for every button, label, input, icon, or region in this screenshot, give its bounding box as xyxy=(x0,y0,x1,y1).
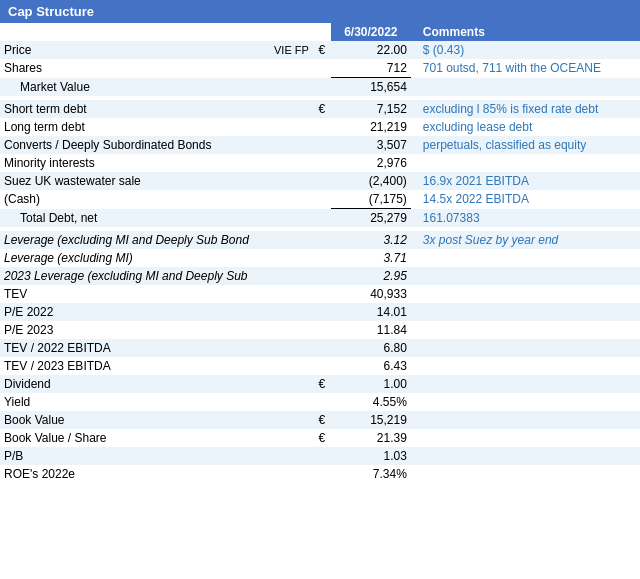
row-value: 11.84 xyxy=(331,321,411,339)
row-value: 3.12 xyxy=(331,231,411,249)
row-comment xyxy=(411,393,640,411)
table-row: P/B1.03 xyxy=(0,447,640,465)
row-currency xyxy=(313,465,331,483)
row-label: Long term debt xyxy=(0,118,253,136)
table-row: PriceVIE FP€22.00$ (0.43) xyxy=(0,41,640,59)
row-value: 1.03 xyxy=(331,447,411,465)
row-currency: € xyxy=(313,100,331,118)
row-ticker xyxy=(253,285,313,303)
row-value: 7.34% xyxy=(331,465,411,483)
row-currency xyxy=(313,303,331,321)
row-label: ROE's 2022e xyxy=(0,465,253,483)
row-currency xyxy=(313,447,331,465)
row-comment: 701 outsd, 711 with the OCEANE xyxy=(411,59,640,78)
row-comment: 3x post Suez by year end xyxy=(411,231,640,249)
row-ticker xyxy=(253,411,313,429)
row-currency xyxy=(313,285,331,303)
row-comment: 16.9x 2021 EBITDA xyxy=(411,172,640,190)
row-label: TEV / 2023 EBITDA xyxy=(0,357,253,375)
table-row: Yield4.55% xyxy=(0,393,640,411)
row-comment xyxy=(411,357,640,375)
row-currency xyxy=(313,209,331,228)
row-currency: € xyxy=(313,411,331,429)
row-comment xyxy=(411,154,640,172)
row-ticker xyxy=(253,339,313,357)
row-ticker xyxy=(253,465,313,483)
row-comment xyxy=(411,465,640,483)
row-comment xyxy=(411,267,640,285)
row-currency xyxy=(313,136,331,154)
row-comment xyxy=(411,249,640,267)
row-label: Leverage (excluding MI and Deeply Sub Bo… xyxy=(0,231,253,249)
row-comment xyxy=(411,303,640,321)
row-currency xyxy=(313,267,331,285)
row-ticker xyxy=(253,429,313,447)
row-currency xyxy=(313,339,331,357)
comments-header: Comments xyxy=(411,23,640,41)
row-comment xyxy=(411,285,640,303)
empty-ticker-header xyxy=(253,23,313,41)
row-ticker xyxy=(253,172,313,190)
row-currency xyxy=(313,154,331,172)
table-row: Book Value / Share€21.39 xyxy=(0,429,640,447)
row-label: Minority interests xyxy=(0,154,253,172)
table-row: Minority interests2,976 xyxy=(0,154,640,172)
row-value: 14.01 xyxy=(331,303,411,321)
row-label: Book Value / Share xyxy=(0,429,253,447)
row-ticker xyxy=(253,303,313,321)
row-ticker xyxy=(253,78,313,97)
table-row: Book Value€15,219 xyxy=(0,411,640,429)
row-ticker xyxy=(253,59,313,78)
row-currency: € xyxy=(313,429,331,447)
table-row: ROE's 2022e7.34% xyxy=(0,465,640,483)
table-row: TEV / 2022 EBITDA6.80 xyxy=(0,339,640,357)
row-ticker: VIE FP xyxy=(253,41,313,59)
row-currency xyxy=(313,190,331,209)
table-row: P/E 202214.01 xyxy=(0,303,640,321)
row-currency xyxy=(313,393,331,411)
row-label: TEV xyxy=(0,285,253,303)
row-label: Market Value xyxy=(0,78,253,97)
row-label: Book Value xyxy=(0,411,253,429)
row-value: 22.00 xyxy=(331,41,411,59)
row-value: 3.71 xyxy=(331,249,411,267)
row-ticker xyxy=(253,154,313,172)
table-row: 2023 Leverage (excluding MI and Deeply S… xyxy=(0,267,640,285)
row-comment xyxy=(411,447,640,465)
row-value: 6.80 xyxy=(331,339,411,357)
table-row: Long term debt21,219excluding lease debt xyxy=(0,118,640,136)
row-ticker xyxy=(253,267,313,285)
row-value: 6.43 xyxy=(331,357,411,375)
section-header: Cap Structure xyxy=(0,0,640,23)
row-comment: $ (0.43) xyxy=(411,41,640,59)
row-comment: 14.5x 2022 EBITDA xyxy=(411,190,640,209)
row-currency xyxy=(313,231,331,249)
row-ticker xyxy=(253,321,313,339)
table-row: Suez UK wastewater sale(2,400)16.9x 2021… xyxy=(0,172,640,190)
row-value: 712 xyxy=(331,59,411,78)
row-ticker xyxy=(253,190,313,209)
table-row: Short term debt€7,152excluding l 85% is … xyxy=(0,100,640,118)
table-row: P/E 202311.84 xyxy=(0,321,640,339)
row-label: Shares xyxy=(0,59,253,78)
row-label: Short term debt xyxy=(0,100,253,118)
row-value: 15,219 xyxy=(331,411,411,429)
row-currency xyxy=(313,59,331,78)
row-value: 25,279 xyxy=(331,209,411,228)
table-row: TEV / 2023 EBITDA6.43 xyxy=(0,357,640,375)
row-label: P/B xyxy=(0,447,253,465)
row-comment xyxy=(411,411,640,429)
empty-header xyxy=(0,23,253,41)
row-value: 7,152 xyxy=(331,100,411,118)
table-row: Market Value15,654 xyxy=(0,78,640,97)
row-label: TEV / 2022 EBITDA xyxy=(0,339,253,357)
table-row: TEV40,933 xyxy=(0,285,640,303)
row-value: 3,507 xyxy=(331,136,411,154)
row-comment xyxy=(411,78,640,97)
row-ticker xyxy=(253,249,313,267)
row-label: Yield xyxy=(0,393,253,411)
row-value: 15,654 xyxy=(331,78,411,97)
table-row: Shares712701 outsd, 711 with the OCEANE xyxy=(0,59,640,78)
row-currency xyxy=(313,118,331,136)
row-label: 2023 Leverage (excluding MI and Deeply S… xyxy=(0,267,253,285)
